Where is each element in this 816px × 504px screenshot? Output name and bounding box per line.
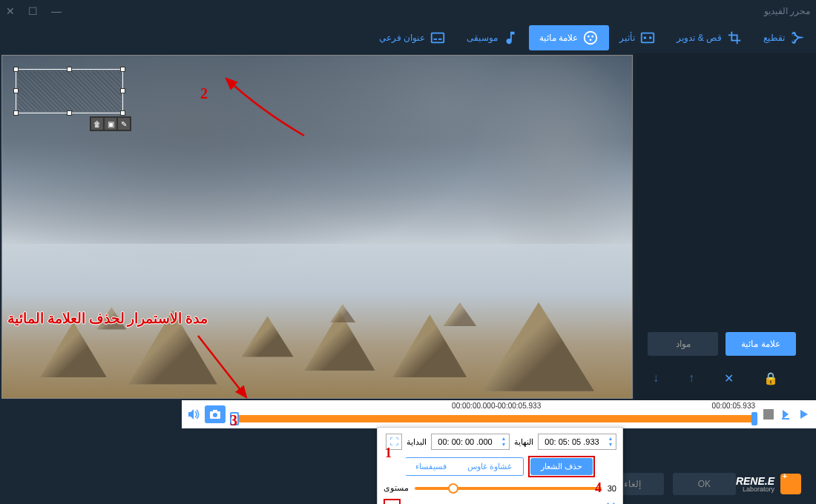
effect-icon (639, 30, 656, 46)
watermark-icon (582, 30, 599, 46)
sidebar-material-button[interactable]: مواد (648, 332, 718, 356)
tool-crop[interactable]: قص & تدوير (666, 25, 753, 50)
sidebar-watermark-button[interactable]: علامة مائية (725, 332, 796, 356)
tool-watermark[interactable]: علامة مائية (529, 25, 609, 50)
svg-rect-0 (642, 33, 654, 43)
stop-button[interactable] (761, 407, 776, 422)
minimize-button[interactable]: — (51, 5, 62, 17)
watermark-mini-toolbar: ✎ ▣ 🗑 (90, 116, 131, 131)
trash-icon[interactable]: 🗑 (91, 118, 103, 130)
timeline-range-label: 00:00:00.000-00:00:05.933 (452, 402, 541, 410)
watermark-selection-box[interactable] (16, 69, 123, 113)
tool-subtitle[interactable]: عنوان فرعي (369, 25, 456, 50)
brand-logo: RENE.E Laboratory (736, 474, 801, 494)
tool-cut[interactable]: تقطيع (753, 25, 816, 50)
svg-point-5 (592, 36, 594, 38)
watermark-settings-panel: ▲▼ النهاية ▲▼ البداية ⛶ حذف الشعار غشاوة… (377, 427, 623, 504)
up-icon[interactable]: ↑ (688, 371, 694, 385)
delete-icon[interactable]: ✕ (724, 371, 734, 385)
close-button[interactable]: ✕ (6, 5, 15, 17)
volume-button[interactable] (186, 407, 201, 422)
level-label: مستوى (384, 483, 409, 493)
snapshot-button[interactable] (205, 405, 226, 423)
main-toolbar: تقطيع قص & تدوير تأثير علامة مائية موسيق… (0, 22, 816, 53)
resize-handle[interactable] (120, 88, 125, 93)
panel-confirm-button[interactable]: ✔ (386, 501, 398, 504)
window-controls: — ☐ ✕ (6, 5, 62, 17)
svg-point-6 (590, 39, 592, 41)
end-time-input[interactable]: ▲▼ (538, 434, 616, 450)
level-slider[interactable] (415, 487, 602, 490)
tool-effect[interactable]: تأثير (609, 25, 666, 50)
svg-point-4 (588, 36, 590, 38)
tool-music[interactable]: موسيقى (456, 25, 529, 50)
music-icon (502, 30, 519, 46)
scissors-icon (789, 30, 806, 46)
timeline-end-label: 00:00:05.933 (712, 402, 755, 410)
annotation-marker-4: 4 (595, 480, 602, 496)
annotation-marker-2: 2 (200, 85, 208, 102)
timeline: 00:00:00.000-00:00:05.933 00:00:05.933 (182, 400, 816, 428)
resize-handle[interactable] (120, 67, 125, 72)
resize-handle[interactable] (67, 110, 72, 116)
edit-icon[interactable]: ✎ (118, 118, 130, 130)
logo-badge-icon (780, 474, 801, 494)
video-canvas[interactable]: ✎ ▣ 🗑 (1, 55, 633, 399)
start-label: البداية (407, 437, 427, 447)
step-button[interactable] (779, 407, 794, 422)
lock-icon[interactable]: 🔒 (763, 371, 778, 385)
play-button[interactable] (797, 407, 812, 422)
svg-rect-9 (438, 39, 442, 40)
svg-point-3 (585, 32, 597, 44)
timeline-end-handle[interactable] (751, 412, 757, 425)
annotation-arrow-3 (194, 332, 254, 402)
annotation-arrow-2 (215, 73, 312, 139)
subtitle-icon (430, 30, 446, 46)
svg-point-2 (649, 36, 652, 39)
svg-rect-11 (763, 409, 774, 420)
ok-button[interactable]: OK (673, 473, 736, 495)
svg-point-13 (213, 413, 217, 417)
resize-handle[interactable] (67, 67, 72, 72)
resize-handle[interactable] (13, 67, 19, 72)
annotation-duration-text: مدة الاستمرار لحذف العلامة المائية (7, 310, 208, 327)
window-title: محرر الفيديو (62, 6, 810, 16)
remove-logo-button[interactable]: حذف الشعار (530, 458, 593, 475)
svg-rect-10 (782, 418, 789, 420)
svg-rect-8 (433, 39, 437, 40)
mosaic-button[interactable]: فسيفساء (405, 458, 457, 475)
svg-rect-14 (213, 410, 217, 412)
down-icon[interactable]: ↓ (653, 371, 659, 385)
titlebar: محرر الفيديو — ☐ ✕ (0, 0, 816, 22)
svg-point-1 (644, 36, 647, 39)
image-icon[interactable]: ▣ (105, 118, 116, 130)
crop-icon (726, 30, 743, 46)
annotation-marker-1: 1 (385, 445, 392, 461)
level-value: 30 (608, 484, 616, 493)
watermark-mode-segment: حذف الشعار (530, 458, 593, 475)
end-label: النهاية (514, 437, 533, 447)
gaussian-button[interactable]: غشاوة غاوس (457, 458, 522, 475)
start-time-input[interactable]: ▲▼ (431, 434, 510, 450)
resize-handle[interactable] (13, 88, 19, 93)
resize-handle[interactable] (120, 110, 125, 116)
video-preview: ✎ ▣ 🗑 (0, 53, 634, 400)
sidebar: علامة مائية مواد 🔒 ✕ ↑ ↓ (634, 53, 816, 400)
svg-rect-7 (432, 33, 444, 43)
resize-handle[interactable] (13, 110, 19, 116)
maximize-button[interactable]: ☐ (28, 5, 38, 17)
timeline-track[interactable]: 00:00:00.000-00:00:05.933 00:00:05.933 (232, 402, 755, 427)
annotation-marker-3: 3 (230, 412, 237, 429)
panel-cancel-button[interactable]: ✕ (605, 499, 616, 504)
